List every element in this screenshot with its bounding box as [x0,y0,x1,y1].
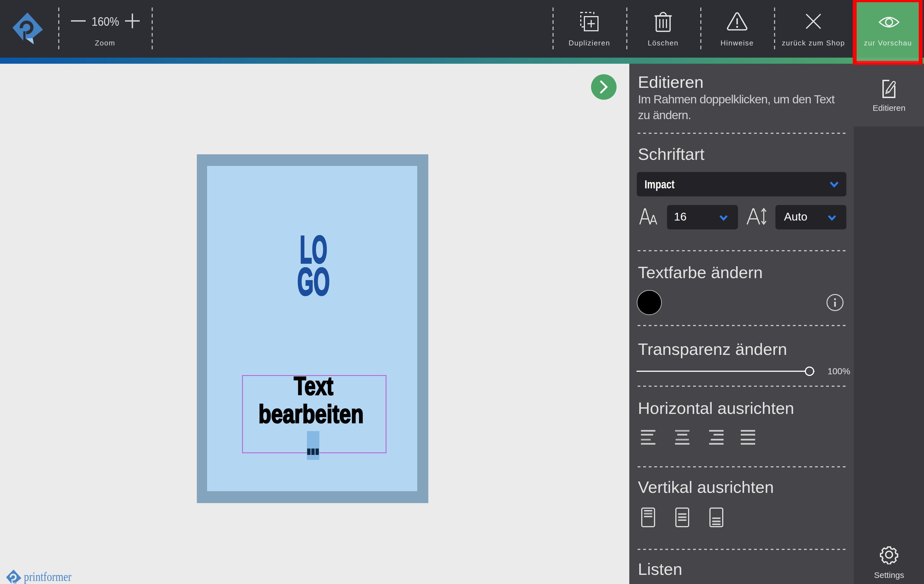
svg-text:Text: Text [294,372,333,400]
svg-text:GO: GO [297,260,330,303]
svg-text:bearbeiten: bearbeiten [259,400,364,427]
